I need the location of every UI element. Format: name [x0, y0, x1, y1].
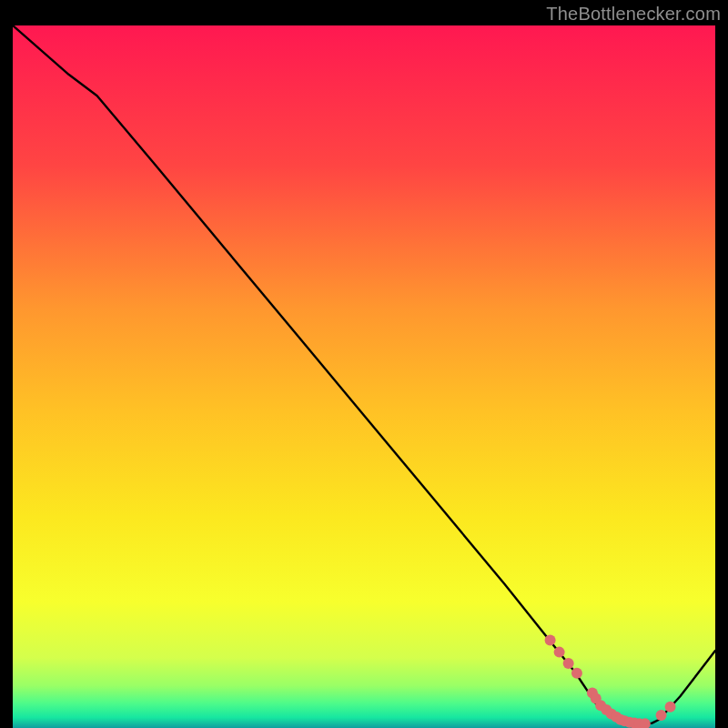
marker-dot — [545, 635, 556, 646]
chart-stage: TheBottlenecker.com — [0, 0, 728, 728]
marker-dot — [571, 668, 582, 679]
marker-dot — [665, 702, 676, 713]
marker-dot — [554, 647, 565, 658]
marker-dot — [563, 658, 574, 669]
bottleneck-chart — [13, 25, 715, 728]
marker-dot — [656, 710, 667, 721]
chart-background — [13, 25, 715, 728]
watermark-text: TheBottlenecker.com — [546, 4, 721, 25]
